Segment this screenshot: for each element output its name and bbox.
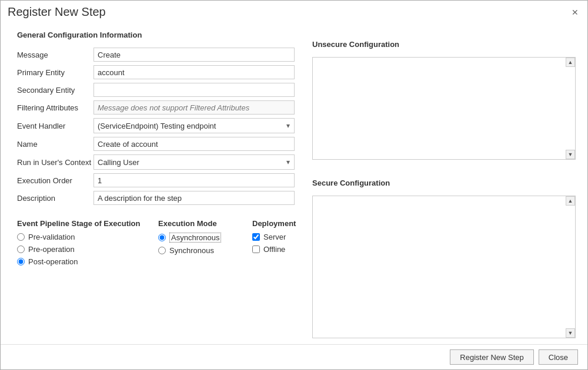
dialog: Register New Step ✕ General Configuratio… bbox=[0, 0, 588, 370]
execution-mode-column: Execution Mode Asynchronous Synchronous bbox=[158, 219, 252, 270]
pipeline-postoperation-label: Post-operation bbox=[28, 257, 78, 266]
name-row: Name bbox=[17, 137, 295, 151]
message-row: Message bbox=[17, 48, 295, 62]
event-handler-select[interactable]: (ServiceEndpoint) Testing endpoint bbox=[93, 118, 295, 133]
pipeline-postoperation-radio[interactable] bbox=[17, 258, 25, 265]
filtering-attributes-row: Filtering Attributes bbox=[17, 100, 295, 115]
general-config-title: General Configuration Information bbox=[17, 31, 295, 39]
name-label: Name bbox=[17, 140, 93, 149]
event-handler-select-wrapper: (ServiceEndpoint) Testing endpoint bbox=[93, 118, 295, 133]
filtering-attributes-label: Filtering Attributes bbox=[17, 103, 93, 112]
dialog-body: General Configuration Information Messag… bbox=[1, 21, 587, 344]
execution-order-label: Execution Order bbox=[17, 176, 93, 185]
title-bar: Register New Step ✕ bbox=[1, 1, 587, 21]
execution-mode-title: Execution Mode bbox=[158, 219, 252, 228]
execution-asynchronous-label: Asynchronous bbox=[169, 233, 221, 243]
unsecure-config-box: ▲ ▼ bbox=[312, 57, 576, 160]
secure-config-title: Secure Configuration bbox=[312, 179, 576, 187]
description-input[interactable] bbox=[93, 191, 295, 205]
deployment-offline-label: Offline bbox=[263, 245, 285, 254]
close-icon[interactable]: ✕ bbox=[570, 7, 580, 18]
primary-entity-row: Primary Entity bbox=[17, 65, 295, 79]
execution-order-row: Execution Order bbox=[17, 173, 295, 187]
unsecure-config-section: Unsecure Configuration ▲ ▼ bbox=[312, 31, 576, 160]
register-new-step-button[interactable]: Register New Step bbox=[450, 349, 533, 365]
pipeline-prevalidation-label: Pre-validation bbox=[28, 233, 75, 241]
event-handler-control: (ServiceEndpoint) Testing endpoint bbox=[93, 118, 295, 133]
run-in-users-context-label: Run in User's Context bbox=[17, 158, 93, 167]
deployment-server-label: Server bbox=[263, 233, 286, 241]
secondary-entity-input[interactable] bbox=[93, 83, 295, 97]
run-in-users-context-control: Calling User bbox=[93, 154, 295, 170]
description-row: Description bbox=[17, 191, 295, 205]
filtering-attributes-input[interactable] bbox=[93, 100, 295, 115]
dialog-title: Register New Step bbox=[8, 5, 106, 19]
execution-async-row: Asynchronous bbox=[158, 233, 252, 243]
secure-scroll-up-btn[interactable]: ▲ bbox=[566, 196, 575, 206]
execution-asynchronous-radio[interactable] bbox=[158, 234, 166, 241]
execution-sync-row: Synchronous bbox=[158, 246, 252, 255]
execution-order-control bbox=[93, 173, 295, 187]
event-handler-row: Event Handler (ServiceEndpoint) Testing … bbox=[17, 118, 295, 133]
close-button[interactable]: Close bbox=[539, 349, 578, 365]
pipeline-postoperation-row: Post-operation bbox=[17, 257, 158, 266]
left-panel: General Configuration Information Messag… bbox=[1, 21, 306, 344]
description-label: Description bbox=[17, 194, 93, 203]
event-handler-label: Event Handler bbox=[17, 122, 93, 130]
deployment-server-checkbox[interactable] bbox=[252, 233, 260, 241]
secure-config-box: ▲ ▼ bbox=[312, 196, 576, 338]
unsecure-scroll-down-btn[interactable]: ▼ bbox=[566, 150, 575, 159]
bottom-columns: Event Pipeline Stage of Execution Pre-va… bbox=[17, 219, 295, 270]
primary-entity-input[interactable] bbox=[93, 65, 295, 79]
execution-order-input[interactable] bbox=[93, 173, 295, 187]
execution-synchronous-label: Synchronous bbox=[169, 246, 214, 255]
pipeline-prevalidation-radio[interactable] bbox=[17, 233, 25, 241]
right-panel: Unsecure Configuration ▲ ▼ Secure Config… bbox=[306, 21, 587, 344]
message-input[interactable] bbox=[93, 48, 295, 62]
pipeline-preoperation-row: Pre-operation bbox=[17, 245, 158, 254]
pipeline-prevalidation-row: Pre-validation bbox=[17, 233, 158, 241]
name-input[interactable] bbox=[93, 137, 295, 151]
secure-config-section: Secure Configuration ▲ ▼ bbox=[312, 169, 576, 338]
unsecure-config-title: Unsecure Configuration bbox=[312, 40, 576, 49]
secure-scroll-down-btn[interactable]: ▼ bbox=[566, 328, 575, 338]
run-in-users-context-row: Run in User's Context Calling User bbox=[17, 154, 295, 170]
bottom-section: Event Pipeline Stage of Execution Pre-va… bbox=[17, 213, 295, 270]
pipeline-preoperation-radio[interactable] bbox=[17, 245, 25, 253]
primary-entity-control bbox=[93, 65, 295, 79]
deployment-offline-checkbox[interactable] bbox=[252, 245, 260, 253]
secondary-entity-row: Secondary Entity bbox=[17, 83, 295, 97]
pipeline-preoperation-label: Pre-operation bbox=[28, 245, 75, 254]
pipeline-title: Event Pipeline Stage of Execution bbox=[17, 219, 158, 228]
run-in-users-context-select[interactable]: Calling User bbox=[93, 154, 295, 170]
footer: Register New Step Close bbox=[1, 344, 587, 369]
unsecure-scroll-up-btn[interactable]: ▲ bbox=[566, 58, 575, 67]
pipeline-column: Event Pipeline Stage of Execution Pre-va… bbox=[17, 219, 158, 270]
name-control bbox=[93, 137, 295, 151]
secondary-entity-label: Secondary Entity bbox=[17, 86, 93, 95]
execution-synchronous-radio[interactable] bbox=[158, 247, 166, 254]
run-in-users-context-select-wrapper: Calling User bbox=[93, 154, 295, 170]
secondary-entity-control bbox=[93, 83, 295, 97]
message-label: Message bbox=[17, 51, 93, 59]
primary-entity-label: Primary Entity bbox=[17, 68, 93, 77]
filtering-attributes-control bbox=[93, 100, 295, 115]
description-control bbox=[93, 191, 295, 205]
message-control bbox=[93, 48, 295, 62]
